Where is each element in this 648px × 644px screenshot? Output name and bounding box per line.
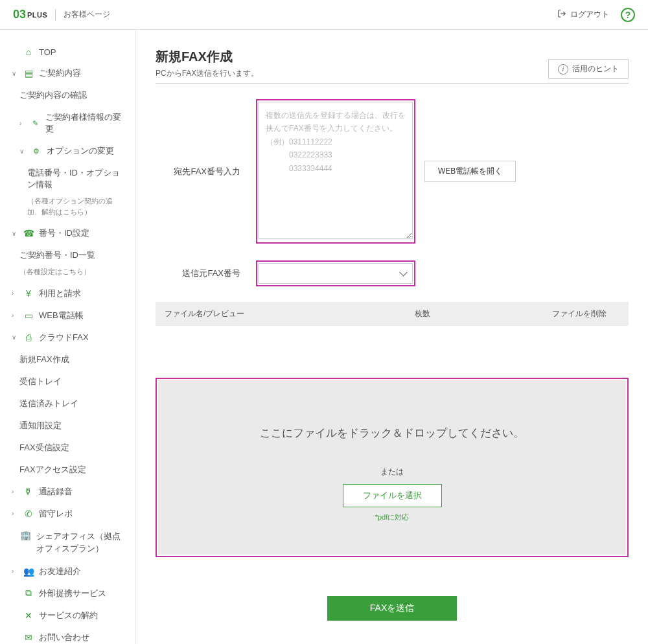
logo-brand: 03	[13, 8, 26, 21]
mail-icon: ✉	[23, 632, 34, 643]
nav-contract[interactable]: ∨▤ご契約内容	[0, 62, 135, 84]
close-icon: ✕	[23, 610, 34, 621]
nav-contract-confirm[interactable]: ご契約内容の確認	[0, 84, 135, 106]
chevron-down-icon: ∨	[12, 230, 18, 237]
chevron-right-icon: ›	[12, 488, 18, 495]
dest-label: 宛先FAX番号入力	[156, 166, 256, 178]
chevron-down-icon: ∨	[12, 334, 18, 341]
sender-highlight	[256, 260, 415, 286]
nav-contact[interactable]: ✉お問い合わせ	[0, 627, 135, 645]
dropzone-note: *pdfに対応	[171, 512, 613, 522]
file-dropzone[interactable]: ここにファイルをドラック＆ドロップしてください。 または ファイルを選択 *pd…	[158, 380, 626, 555]
nav-billing[interactable]: ›¥利用と請求	[0, 282, 135, 305]
chevron-right-icon: ›	[12, 312, 18, 319]
info-icon: i	[558, 64, 568, 75]
nav-call-rec[interactable]: ›🎙通話録音	[0, 481, 135, 503]
office-icon: 🏢	[21, 530, 31, 540]
sidebar: ⌂TOP ∨▤ご契約内容 ご契約内容の確認 ›✎ご契約者様情報の変更 ∨⚙オプシ…	[0, 30, 136, 644]
chevron-right-icon: ›	[12, 290, 18, 297]
nav-sent[interactable]: 送信済みトレイ	[0, 393, 135, 415]
nav-cancel[interactable]: ✕サービスの解約	[0, 604, 135, 627]
page-desc: PCからFAX送信を行います。	[156, 68, 259, 79]
chevron-down-icon: ∨	[19, 148, 26, 155]
chevron-right-icon: ›	[12, 510, 18, 517]
document-icon: ▤	[23, 68, 34, 78]
nav-rusu[interactable]: ›✆留守レポ	[0, 503, 135, 525]
person-icon: ✎	[30, 119, 40, 128]
chevron-right-icon: ›	[19, 120, 25, 127]
nav-cloud-fax[interactable]: ∨⎙クラウドFAX	[0, 327, 135, 349]
th-pages: 枚数	[386, 308, 459, 319]
header: 03PLUS お客様ページ ログアウト ?	[0, 0, 648, 30]
link-icon: ⧉	[23, 588, 34, 599]
header-subtitle: お客様ページ	[64, 9, 110, 20]
dropzone-highlight: ここにファイルをドラック＆ドロップしてください。 または ファイルを選択 *pd…	[156, 378, 629, 557]
home-icon: ⌂	[23, 47, 34, 57]
logout-icon	[557, 9, 566, 20]
nav-new-fax[interactable]: 新規FAX作成	[0, 349, 135, 371]
divider	[55, 9, 56, 21]
select-file-button[interactable]: ファイルを選択	[343, 484, 442, 507]
send-fax-button[interactable]: FAXを送信	[327, 596, 457, 621]
logo[interactable]: 03PLUS	[13, 8, 47, 21]
dropzone-text: ここにファイルをドラック＆ドロップしてください。	[171, 426, 613, 441]
nav-share-office[interactable]: 🏢シェアオフィス（拠点オフィスプラン）	[0, 525, 135, 560]
help-icon[interactable]: ?	[621, 8, 635, 22]
page-title: 新規FAX作成	[156, 48, 259, 65]
nav-contractor-change[interactable]: ›✎ご契約者様情報の変更	[0, 106, 135, 140]
yen-icon: ¥	[23, 288, 34, 299]
sender-label: 送信元FAX番号	[156, 268, 256, 279]
hash-icon: ☎	[23, 228, 34, 238]
phone-missed-icon: ✆	[23, 509, 34, 519]
sender-fax-select[interactable]	[259, 263, 413, 284]
chevron-right-icon: ›	[12, 568, 18, 575]
mic-icon: 🎙	[23, 487, 34, 497]
th-delete: ファイルを削除	[459, 308, 619, 319]
th-filename: ファイル名/プレビュー	[165, 308, 386, 319]
gear-icon: ⚙	[31, 147, 41, 155]
open-web-phonebook-button[interactable]: WEB電話帳を開く	[424, 161, 516, 182]
nav-notify[interactable]: 通知用設定	[0, 415, 135, 437]
dest-highlight	[256, 99, 415, 244]
logout-label: ログアウト	[570, 9, 609, 20]
nav-inbox[interactable]: 受信トレイ	[0, 371, 135, 393]
book-icon: ▭	[23, 310, 34, 321]
fax-icon: ⎙	[23, 332, 34, 343]
nav-referral[interactable]: ›👥お友達紹介	[0, 560, 135, 582]
main-content: 新規FAX作成 PCからFAX送信を行います。 i 活用のヒント 宛先FAX番号…	[136, 30, 648, 644]
nav-option-change[interactable]: ∨⚙オプションの変更	[0, 140, 135, 162]
nav-fax-recv[interactable]: FAX受信設定	[0, 437, 135, 459]
file-table-header: ファイル名/プレビュー 枚数 ファイルを削除	[156, 302, 629, 326]
logout-link[interactable]: ログアウト	[557, 9, 609, 20]
nav-number-id-list[interactable]: ご契約番号・ID一覧	[0, 244, 135, 266]
hint-button[interactable]: i 活用のヒント	[548, 59, 629, 79]
nav-phone-option[interactable]: 電話番号・ID・オプション情報	[0, 162, 135, 196]
people-icon: 👥	[23, 566, 34, 577]
nav-web-book[interactable]: ›▭WEB電話帳	[0, 305, 135, 327]
nav-number-id-note: （各種設定はこちら）	[0, 266, 135, 282]
dest-fax-input[interactable]	[259, 102, 413, 239]
nav-fax-access[interactable]: FAXアクセス設定	[0, 459, 135, 481]
nav-phone-option-note: （各種オプション契約の追加、解約はこちら）	[0, 196, 135, 222]
dropzone-or: または	[171, 466, 613, 477]
chevron-down-icon: ∨	[12, 70, 18, 77]
nav-top[interactable]: ⌂TOP	[0, 41, 135, 62]
nav-number-id[interactable]: ∨☎番号・ID設定	[0, 222, 135, 244]
hint-label: 活用のヒント	[572, 63, 619, 75]
logo-suffix: PLUS	[27, 11, 47, 19]
nav-external[interactable]: ⧉外部提携サービス	[0, 582, 135, 604]
